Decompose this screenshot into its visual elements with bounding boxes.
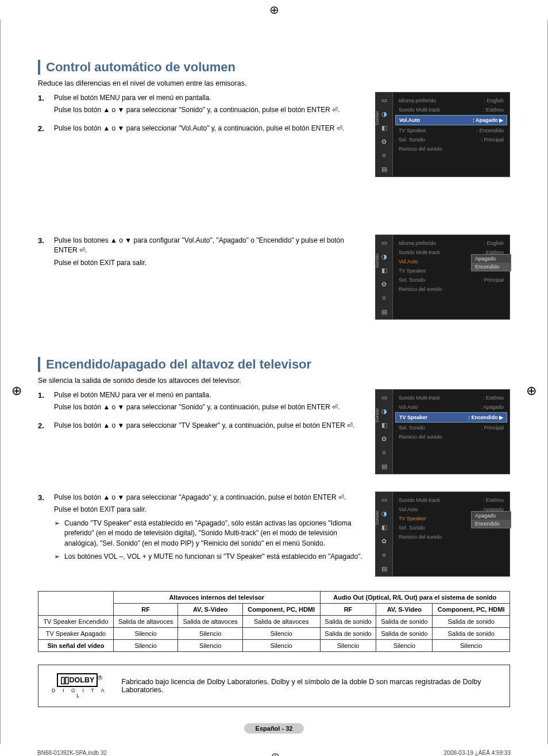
s1-step3: 3. Pulse los botones ▲ o ▼ para configur…: [38, 236, 366, 270]
s1-step2: 2. Pulse los botón ▲ o ▼ para selecciona…: [38, 124, 366, 136]
osd-row: Sel. Sonido: Principal: [393, 275, 510, 285]
osd-row: TV Speaker: Encendido: [393, 126, 510, 135]
speaker-output-table: Altavoces internos del televisor Audio O…: [38, 591, 510, 652]
dolby-license-box: ▯▯ DOLBY ® D I G I T A L Fabricado bajo …: [38, 665, 510, 707]
note-arrow-icon: ➢: [54, 552, 64, 562]
osd-body-2: Idioma preferido: EnglishSonido Multi-tr…: [393, 235, 510, 319]
section1-title: Control automático de volumen: [38, 60, 510, 75]
app-icon: ▤: [380, 308, 388, 316]
section-vol-auto: Control automático de volumen Reduce las…: [38, 60, 510, 320]
dolby-logo: ▯▯ DOLBY ® D I G I T A L: [49, 673, 110, 699]
s2-step2: 2. Pulse los botón ▲ o ▼ para selecciona…: [38, 421, 366, 433]
osd-sidebar-label: Sonido: [375, 111, 380, 125]
osd-body-4: Sonido Multi-track: EstéreoVol.Auto: Apa…: [393, 492, 510, 576]
osd-row: Sel. Sonido: Principal: [393, 423, 510, 432]
note-2: ➢ Los botónes VOL –, VOL + y MUTE no fun…: [54, 552, 366, 562]
osd-row: Reinicio del sonido: [393, 432, 510, 442]
sound-icon: ◑: [380, 509, 388, 517]
sound-icon: ◑: [380, 110, 388, 118]
osd-body-1: Idioma preferido: EnglishSonido Multi-tr…: [393, 93, 510, 176]
osd-menu-4: Sonido ▭ ◑ ◧ ✿ ≡ ▤ Sonido Multi-track: E…: [375, 492, 510, 577]
dolby-text: Fabricado bajo licencia de Dolby Laborat…: [121, 678, 499, 694]
setup-icon: ✿: [380, 280, 388, 288]
osd-row: Sonido Multi-track: Estéreo: [393, 105, 510, 114]
osd-menu-3: Sonido ▭ ◑ ◧ ✿ ≡ ▤ Sonido Multi-track: E…: [375, 389, 510, 474]
s2-step1: 1. Pulse el botón MENU para ver el menú …: [38, 390, 366, 415]
picture-icon: ▭: [380, 393, 388, 401]
osd-row: Sonido Multi-track: Estéreo: [393, 393, 510, 402]
osd2-dropdown: Apagado Encendido: [471, 254, 511, 271]
osd-row: Idioma preferido: English: [393, 239, 510, 248]
osd-menu-2: Sonido ▭ ◑ ◧ ✿ ≡ ▤ Idioma preferido: Eng…: [375, 235, 510, 320]
print-footer: BN68-01392K-SPA.indb 32 ⊕ 2008-03-19 ¿ÀÈ…: [0, 744, 548, 756]
crop-mark-top-icon: ⊕: [0, 0, 548, 20]
osd-menu-1: Sonido ▭ ◑ ◧ ✿ ≡ ▤ Idioma preferido: Eng…: [375, 92, 510, 177]
osd-body-3: Sonido Multi-track: EstéreoVol.Auto: Apa…: [393, 390, 510, 474]
app-icon: ▤: [380, 462, 388, 470]
setup-icon: ✿: [380, 137, 388, 145]
input-icon: ≡: [380, 551, 388, 559]
setup-icon: ✿: [380, 537, 388, 545]
channel-icon: ◧: [380, 523, 388, 531]
channel-icon: ◧: [380, 124, 388, 132]
channel-icon: ◧: [380, 421, 388, 429]
input-icon: ≡: [380, 151, 388, 159]
app-icon: ▤: [380, 165, 388, 173]
dolby-d-icon: ▯▯: [60, 676, 68, 685]
input-icon: ≡: [380, 294, 388, 302]
osd-row: Sel. Sonido: Principal: [393, 135, 510, 144]
page-body: Control automático de volumen Reduce las…: [0, 20, 548, 744]
osd-row: Sonido Multi-track: Estéreo: [393, 496, 510, 505]
sound-icon: ◑: [380, 252, 388, 260]
section2-intro: Se silencia la salida de sonido desde lo…: [38, 377, 510, 385]
section-tv-speaker: Encendido/apagado del altavoz del televi…: [38, 357, 510, 577]
section2-title: Encendido/apagado del altavoz del televi…: [38, 357, 510, 372]
note-arrow-icon: ➢: [54, 519, 64, 548]
setup-icon: ✿: [380, 435, 388, 443]
picture-icon: ▭: [380, 239, 388, 247]
note-1: ➢ Cuando "TV Speaker" está establecido e…: [54, 519, 366, 548]
picture-icon: ▭: [380, 496, 388, 504]
s1-step1: 1. Pulse el botón MENU para ver el menú …: [38, 93, 366, 118]
osd-row: Reinicio del sonido: [393, 285, 510, 294]
osd-row: Vol.Auto: Apagado: [393, 402, 510, 412]
osd-row: Reinicio del sonido: [393, 532, 510, 542]
app-icon: ▤: [380, 565, 388, 573]
page-number: Español - 32: [38, 724, 510, 732]
channel-icon: ◧: [380, 266, 388, 274]
section1-intro: Reduce las diferencias en el nivel de vo…: [38, 79, 510, 87]
input-icon: ≡: [380, 448, 388, 456]
osd4-dropdown: Apagado Encendido: [471, 511, 511, 528]
osd-row: Vol.Auto: Apagado ▶: [395, 115, 507, 125]
picture-icon: ▭: [380, 96, 388, 104]
crop-mark-bottom-icon: ⊕: [271, 750, 280, 756]
osd-row: Reinicio del sonido: [393, 144, 510, 153]
osd-row: TV Speaker: Encendido ▶: [395, 412, 507, 423]
osd-row: Idioma preferido: English: [393, 96, 510, 105]
s2-step3: 3. Pulse los botón ▲ o ▼ para selecciona…: [38, 493, 366, 562]
sound-icon: ◑: [380, 407, 388, 415]
